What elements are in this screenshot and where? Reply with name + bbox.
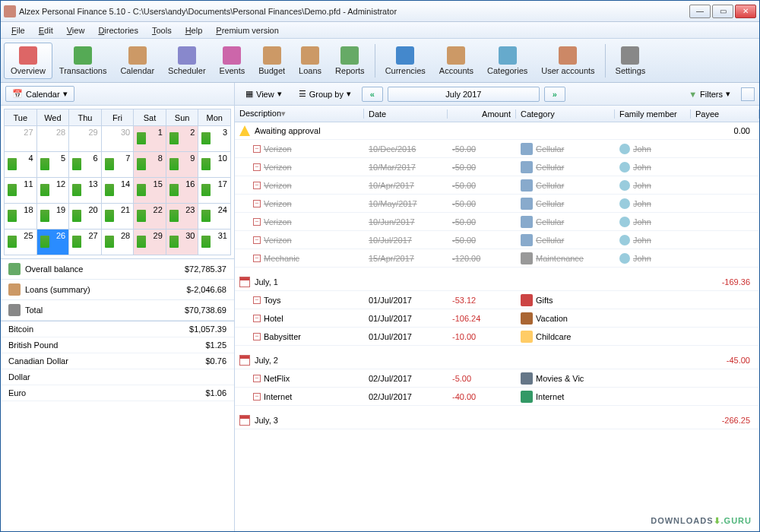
transaction-row[interactable]: −Verizon10/Dec/2016-50.00CellularJohn bbox=[235, 140, 759, 158]
col-category[interactable]: Category bbox=[516, 109, 615, 119]
toolbar-events[interactable]: Events bbox=[213, 43, 252, 79]
cal-cell[interactable]: 26 bbox=[36, 230, 69, 255]
toolbar-overview[interactable]: Overview bbox=[4, 43, 52, 79]
menu-file[interactable]: File bbox=[5, 24, 31, 36]
cal-cell[interactable]: 16 bbox=[166, 178, 198, 204]
cal-cell[interactable]: 13 bbox=[69, 178, 102, 204]
currency-row[interactable]: Bitcoin$1,057.39 bbox=[1, 321, 234, 337]
currency-row[interactable]: Dollar bbox=[1, 369, 234, 385]
cal-cell[interactable]: 24 bbox=[198, 204, 231, 230]
menu-edit[interactable]: Edit bbox=[33, 24, 59, 36]
menu-directories[interactable]: Directories bbox=[92, 24, 144, 36]
calendar-grid[interactable]: TueWedThuFriSatSunMon2728293012345678910… bbox=[4, 109, 231, 255]
cal-cell[interactable]: 15 bbox=[134, 178, 166, 204]
cal-cell[interactable]: 21 bbox=[101, 204, 134, 230]
cal-cell[interactable]: 18 bbox=[5, 204, 37, 230]
cal-cell[interactable]: 31 bbox=[198, 230, 231, 255]
grid-header[interactable]: Description▾ Date Amount Category Family… bbox=[235, 106, 759, 122]
toolbar-budget[interactable]: Budget bbox=[252, 43, 292, 79]
period-button[interactable]: July 2017 bbox=[388, 87, 540, 102]
cal-cell[interactable]: 28 bbox=[101, 230, 134, 255]
toolbar-settings[interactable]: Settings bbox=[609, 43, 653, 79]
calendar-dropdown[interactable]: 📅 Calendar ▾ bbox=[5, 86, 74, 102]
cal-cell[interactable]: 19 bbox=[36, 204, 69, 230]
menu-tools[interactable]: Tools bbox=[146, 24, 178, 36]
group-row[interactable]: July, 2-45.00 bbox=[235, 352, 759, 369]
col-payee[interactable]: Payee bbox=[691, 109, 759, 119]
cal-cell[interactable]: 23 bbox=[166, 204, 198, 230]
cal-cell[interactable]: 12 bbox=[36, 178, 69, 204]
transaction-row[interactable]: −Verizon10/Apr/2017-50.00CellularJohn bbox=[235, 176, 759, 195]
toolbar-accounts[interactable]: Accounts bbox=[432, 43, 480, 79]
summary-row[interactable]: Overall balance$72,785.37 bbox=[1, 259, 234, 280]
transaction-row[interactable]: −NetFlix02/Jul/2017-5.00Movies & Vic bbox=[235, 369, 759, 388]
toolbar-categories[interactable]: Categories bbox=[480, 43, 534, 79]
grid-body[interactable]: Awaiting approval0.00−Verizon10/Dec/2016… bbox=[235, 122, 759, 531]
currency-row[interactable]: Euro$1.06 bbox=[1, 385, 234, 401]
cal-cell[interactable]: 29 bbox=[134, 230, 166, 255]
toolbar-user-accounts[interactable]: User accounts bbox=[534, 43, 601, 79]
cal-cell[interactable]: 1 bbox=[134, 126, 166, 152]
cal-cell[interactable]: 17 bbox=[198, 178, 231, 204]
minimize-button[interactable]: — bbox=[689, 5, 711, 18]
cal-cell[interactable]: 29 bbox=[69, 126, 102, 152]
cal-cell[interactable]: 27 bbox=[69, 230, 102, 255]
transaction-row[interactable]: −Mechanic15/Apr/2017-120.00MaintenanceJo… bbox=[235, 249, 759, 268]
col-description[interactable]: Description▾ bbox=[235, 109, 364, 119]
cal-cell[interactable]: 4 bbox=[5, 152, 37, 178]
group-row[interactable]: Awaiting approval0.00 bbox=[235, 122, 759, 140]
cal-cell[interactable]: 22 bbox=[134, 204, 166, 230]
menu-view[interactable]: View bbox=[61, 24, 91, 36]
cal-cell[interactable]: 9 bbox=[166, 152, 198, 178]
toolbar-reports[interactable]: Reports bbox=[328, 43, 372, 79]
toolbar-scheduler[interactable]: Scheduler bbox=[161, 43, 213, 79]
cal-cell[interactable]: 7 bbox=[101, 152, 134, 178]
close-button[interactable]: ✕ bbox=[735, 5, 756, 18]
transaction-row[interactable]: −Toys01/Jul/2017-53.12Gifts bbox=[235, 291, 759, 309]
cal-cell[interactable]: 3 bbox=[198, 126, 231, 152]
cal-cell[interactable]: 2 bbox=[166, 126, 198, 152]
transaction-row[interactable]: −Hotel01/Jul/2017-106.24Vacation bbox=[235, 309, 759, 328]
cal-cell[interactable]: 6 bbox=[69, 152, 102, 178]
cal-cell[interactable]: 30 bbox=[166, 230, 198, 255]
transaction-row[interactable]: −Verizon10/May/2017-50.00CellularJohn bbox=[235, 195, 759, 213]
title-bar[interactable]: Alzex Personal Finance 5.10 - C:\Users\a… bbox=[1, 1, 759, 22]
panel-toggle-button[interactable] bbox=[741, 87, 755, 101]
cal-cell[interactable]: 11 bbox=[5, 178, 37, 204]
cal-cell[interactable]: 8 bbox=[134, 152, 166, 178]
currency-list[interactable]: Bitcoin$1,057.39British Pound$1.25Canadi… bbox=[1, 321, 234, 531]
summary-row[interactable]: Total$70,738.69 bbox=[1, 300, 234, 321]
maximize-button[interactable]: ▭ bbox=[712, 5, 733, 18]
col-family[interactable]: Family member bbox=[615, 109, 691, 119]
col-amount[interactable]: Amount bbox=[448, 109, 516, 119]
transaction-row[interactable]: −Verizon10/Mar/2017-50.00CellularJohn bbox=[235, 158, 759, 176]
transaction-row[interactable]: −Verizon10/Jul/2017-50.00CellularJohn bbox=[235, 231, 759, 249]
cal-cell[interactable]: 27 bbox=[5, 126, 37, 152]
toolbar-transactions[interactable]: Transactions bbox=[52, 43, 114, 79]
summary-row[interactable]: Loans (summary)$-2,046.68 bbox=[1, 280, 234, 300]
group-row[interactable]: July, 1-169.36 bbox=[235, 274, 759, 291]
prev-period-button[interactable]: « bbox=[362, 87, 383, 102]
filters-dropdown[interactable]: ▼ Filters ▾ bbox=[682, 87, 736, 101]
cal-cell[interactable]: 5 bbox=[36, 152, 69, 178]
cal-cell[interactable]: 20 bbox=[69, 204, 102, 230]
cal-cell[interactable]: 30 bbox=[101, 126, 134, 152]
menu-help[interactable]: Help bbox=[179, 24, 209, 36]
cal-cell[interactable]: 10 bbox=[198, 152, 231, 178]
currency-row[interactable]: Canadian Dollar$0.76 bbox=[1, 353, 234, 369]
cal-cell[interactable]: 25 bbox=[5, 230, 37, 255]
transaction-row[interactable]: −Babysitter01/Jul/2017-10.00Childcare bbox=[235, 328, 759, 346]
toolbar-calendar[interactable]: Calendar bbox=[113, 43, 161, 79]
view-dropdown[interactable]: ▦ View ▾ bbox=[239, 87, 288, 101]
cal-cell[interactable]: 14 bbox=[101, 178, 134, 204]
col-date[interactable]: Date bbox=[364, 109, 448, 119]
menu-premium-version[interactable]: Premium version bbox=[210, 24, 285, 36]
group-row[interactable]: July, 3-266.25 bbox=[235, 412, 759, 429]
transaction-row[interactable]: −Verizon10/Jun/2017-50.00CellularJohn bbox=[235, 213, 759, 231]
groupby-dropdown[interactable]: ☰ Group by ▾ bbox=[293, 87, 357, 101]
transaction-row[interactable]: −Internet02/Jul/2017-40.00Internet bbox=[235, 388, 759, 406]
toolbar-loans[interactable]: Loans bbox=[292, 43, 328, 79]
currency-row[interactable]: British Pound$1.25 bbox=[1, 337, 234, 353]
toolbar-currencies[interactable]: Currencies bbox=[378, 43, 432, 79]
cal-cell[interactable]: 28 bbox=[36, 126, 69, 152]
